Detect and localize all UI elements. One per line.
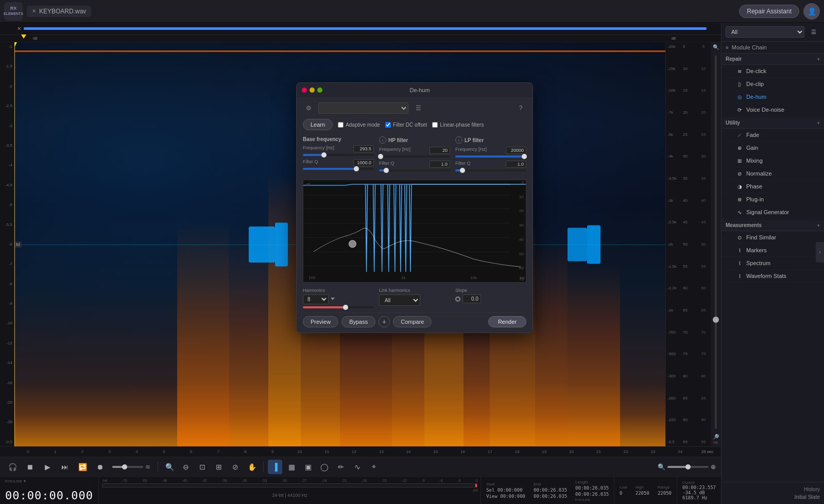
adaptive-mode-checkbox[interactable] — [338, 122, 344, 128]
zoom-fit-btn[interactable]: ⊡ — [195, 460, 210, 474]
harmonics-select[interactable]: 8 4 16 — [303, 294, 329, 304]
dialog-close-dot[interactable] — [302, 88, 307, 93]
sidebar-item-spectrum[interactable]: ⌇ Spectrum — [722, 257, 824, 270]
lasso-btn[interactable]: ◯ — [317, 460, 332, 474]
sidebar-item-de-clip[interactable]: ▯ De-clip — [722, 78, 824, 91]
pan-tool-btn[interactable]: ✋ — [245, 460, 259, 474]
volume-slider[interactable] — [112, 466, 143, 468]
sidebar-item-plugin[interactable]: ⊛ Plug-in — [722, 193, 824, 206]
hp-info-icon[interactable]: i — [379, 136, 386, 144]
sidebar-item-phase[interactable]: ◑ Phase — [722, 180, 824, 193]
zoom-in-h-btn[interactable]: ⊖ — [179, 460, 193, 474]
vertical-slider-track[interactable] — [715, 55, 717, 429]
repair-assistant-button[interactable]: Repair Assistant — [739, 5, 799, 18]
lp-filterq-value[interactable]: 1.0 — [506, 161, 526, 168]
zoom-out-icon[interactable]: 🔍 — [658, 463, 665, 471]
hp-filterq-thumb[interactable] — [384, 168, 389, 173]
lp-filterq-thumb[interactable] — [460, 168, 465, 173]
zoom-in-icon2[interactable]: ⊕ — [711, 463, 716, 471]
sidebar-item-signal-generator[interactable]: ∿ Signal Generator — [722, 206, 824, 219]
filter-dc-offset-label[interactable]: Filter DC offset — [385, 122, 427, 128]
sidebar-item-waveform-stats[interactable]: ⌇ Waveform Stats — [722, 270, 824, 283]
lp-freq-slider[interactable] — [455, 155, 526, 158]
pencil-btn[interactable]: ∿ — [350, 460, 365, 474]
zoom-out-icon[interactable]: 🔎 — [713, 434, 719, 440]
horizontal-zoom-slider[interactable] — [667, 466, 709, 468]
bypass-button[interactable]: Bypass — [341, 316, 375, 327]
repair-section-header[interactable]: Repair ▾ — [722, 54, 824, 65]
freq-select-btn[interactable]: ▦ — [284, 460, 299, 474]
add-button[interactable]: + — [379, 316, 390, 327]
hp-freq-thumb[interactable] — [378, 154, 383, 159]
snap-btn[interactable]: ⌖ — [367, 460, 381, 474]
sidebar-item-de-click[interactable]: ≋ De-click — [722, 65, 824, 78]
panel-collapse-btn[interactable]: › — [816, 242, 824, 263]
sidebar-item-de-hum[interactable]: ◎ De-hum — [722, 91, 824, 103]
link-harmonics-select[interactable]: All None Odd — [379, 294, 420, 306]
lp-freq-thumb[interactable] — [522, 154, 527, 159]
measurements-section-header[interactable]: Measurements ▾ — [722, 220, 824, 231]
sidebar-item-find-similar[interactable]: ⊙ Find Similar — [722, 231, 824, 244]
harmonics-thumb[interactable] — [343, 305, 348, 310]
preset-select[interactable] — [318, 102, 408, 114]
file-tab[interactable]: ✕ KEYBOARD.wav — [27, 6, 91, 17]
base-filterq-slider[interactable] — [303, 168, 374, 170]
utility-section-header[interactable]: Utility ▾ — [722, 117, 824, 129]
base-filterq-value[interactable]: 1000.0 — [353, 159, 374, 166]
horizontal-zoom-thumb[interactable] — [685, 464, 691, 470]
record-btn[interactable]: ⏺ — [93, 460, 107, 474]
brush-btn[interactable]: ✏ — [334, 460, 348, 474]
zoom-out-h-btn[interactable]: 🔍 — [162, 460, 177, 474]
lp-info-icon[interactable]: i — [455, 136, 462, 144]
sidebar-item-normalize[interactable]: ⊘ Normalize — [722, 167, 824, 180]
linear-phase-label[interactable]: Linear-phase filters — [432, 122, 484, 128]
sidebar-item-fade[interactable]: ⟋ Fade — [722, 129, 824, 142]
compare-button[interactable]: Compare — [393, 316, 432, 327]
rect-select-btn[interactable]: ▣ — [301, 460, 315, 474]
close-tab-icon[interactable]: ✕ — [32, 8, 36, 14]
lp-filterq-slider[interactable] — [455, 169, 526, 171]
dialog-maximize-dot[interactable] — [317, 88, 322, 93]
module-chain-row[interactable]: ≡ Module Chain — [722, 42, 824, 54]
dialog-minimize-dot[interactable] — [310, 88, 315, 93]
sidebar-item-mixing[interactable]: ⊞ Mixing — [722, 154, 824, 167]
preview-button[interactable]: Preview — [303, 316, 338, 327]
learn-button[interactable]: Learn — [303, 119, 333, 130]
base-freq-slider[interactable] — [303, 154, 374, 156]
panel-menu-btn[interactable]: ☰ — [808, 26, 820, 38]
harmonics-slider[interactable] — [303, 306, 374, 308]
step-fwd-btn[interactable]: ⏭ — [58, 460, 72, 474]
adaptive-mode-label[interactable]: Adaptive mode — [338, 122, 380, 128]
sidebar-item-gain[interactable]: ⊕ Gain — [722, 142, 824, 154]
slope-value[interactable]: 0.0 — [462, 294, 481, 303]
linear-phase-checkbox[interactable] — [432, 122, 438, 128]
hp-freq-slider[interactable] — [379, 155, 450, 158]
hp-filterq-slider[interactable] — [379, 169, 450, 171]
sidebar-item-markers[interactable]: ⌇ Markers — [722, 244, 824, 257]
vertical-slider-thumb[interactable] — [713, 317, 719, 323]
zoom-out2-btn[interactable]: ⊘ — [228, 460, 243, 474]
user-avatar[interactable]: 👤 — [803, 3, 820, 20]
zoom-selection-btn[interactable]: ⊞ — [212, 460, 226, 474]
lp-freq-value[interactable]: 20000 — [506, 147, 526, 154]
settings-icon-btn[interactable]: ⚙ — [303, 102, 314, 114]
preset-menu-btn[interactable]: ☰ — [413, 102, 424, 114]
render-button[interactable]: Render — [488, 316, 526, 327]
time-select-btn[interactable]: ▐ — [268, 460, 282, 474]
loop-btn[interactable]: 🔁 — [75, 460, 90, 474]
mini-timeline-track[interactable] — [24, 27, 707, 30]
mini-timeline[interactable]: ✕ — [0, 23, 721, 35]
headphone-btn[interactable]: 🎧 — [5, 460, 20, 474]
base-filterq-thumb[interactable] — [354, 166, 359, 171]
play-btn[interactable]: ▶ — [40, 460, 55, 474]
sidebar-item-voice-de-noise[interactable]: ⟳ Voice De-noise — [722, 103, 824, 116]
hp-filterq-value[interactable]: 1.0 — [430, 161, 450, 168]
volume-thumb[interactable] — [122, 464, 127, 470]
slope-knob[interactable] — [455, 297, 460, 302]
base-freq-thumb[interactable] — [321, 152, 327, 158]
filter-dc-offset-checkbox[interactable] — [385, 122, 391, 128]
stop-btn[interactable]: ⏹ — [23, 460, 37, 474]
help-btn[interactable]: ? — [515, 102, 526, 114]
module-filter-select[interactable]: All Repair Utility Measurements — [726, 26, 804, 38]
base-freq-value[interactable]: 293.5 — [353, 145, 374, 152]
